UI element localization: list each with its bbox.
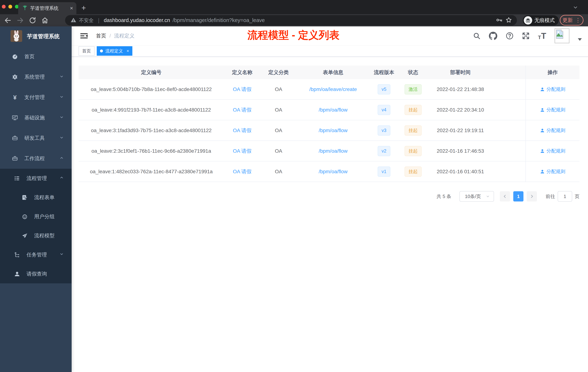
browser-tab[interactable]: 芋道管理系统 × <box>18 2 76 14</box>
monitor-icon <box>12 114 18 121</box>
tag-process-definition[interactable]: 流程定义 × <box>97 46 132 56</box>
column-header: 表单信息 <box>297 66 369 79</box>
sidebar-item-system[interactable]: 系统管理 <box>0 67 72 87</box>
page-unit-label: 页 <box>575 193 579 200</box>
definition-id: oa_leave:3:1fad3d93-7b75-11ec-a3c8-acde4… <box>79 120 224 141</box>
close-window-button[interactable] <box>2 5 6 9</box>
tab-close-icon[interactable]: × <box>70 5 73 11</box>
current-page-button[interactable]: 1 <box>513 191 524 201</box>
page-size-select[interactable]: 10条/页 <box>460 191 494 202</box>
sidebar-item-label: 流程管理 <box>27 175 47 182</box>
prev-page-button[interactable] <box>500 191 510 201</box>
sidebar-item-process-form[interactable]: 流程表单 <box>0 188 72 207</box>
tag-close-icon[interactable]: × <box>126 48 129 54</box>
version-badge: v5 <box>378 84 390 94</box>
toolbox-icon <box>12 135 18 142</box>
top-navbar: 首页 / 流程定义 流程模型 - 定义列表 TT <box>72 26 588 45</box>
assign-rule-button[interactable]: 分配规则 <box>540 148 566 154</box>
url-path[interactable]: /bpm/manager/definition?key=oa_leave <box>173 17 265 23</box>
github-icon[interactable] <box>489 32 497 40</box>
url-bar[interactable]: 不安全 | dashboard.yudao.iocoder.cn/bpm/man… <box>65 15 517 25</box>
sidebar-fold-icon[interactable] <box>80 32 88 40</box>
incognito-label: 无痕模式 <box>534 17 555 24</box>
definition-name-link[interactable]: OA 请假 <box>233 168 252 175</box>
browser-chrome: 芋道管理系统 × + 不安全 | <box>0 0 588 26</box>
tab-search-chevron-icon[interactable] <box>573 5 578 11</box>
status-badge: 挂起 <box>405 166 422 177</box>
sidebar-item-label: 支付管理 <box>24 94 45 101</box>
next-page-button[interactable] <box>527 191 537 201</box>
breadcrumb-current: 流程定义 <box>114 33 135 39</box>
tree-branch-icon <box>14 252 20 258</box>
person-icon <box>14 271 20 277</box>
minimize-window-button[interactable] <box>8 5 12 9</box>
sidebar-item-task-management[interactable]: 任务管理 <box>0 245 72 264</box>
definition-category: OA <box>260 120 297 141</box>
home-icon[interactable] <box>41 17 49 24</box>
deploy-time: 2022-01-16 01:40:51 <box>428 161 493 182</box>
tag-home[interactable]: 首页 <box>79 46 94 56</box>
sidebar-item-label: 流程模型 <box>34 232 54 239</box>
table-row: oa_leave:2:3c1f0ef1-76b1-11ec-9c66-a2380… <box>79 141 579 161</box>
assign-rule-button[interactable]: 分配规则 <box>540 86 566 92</box>
sidebar-item-label: 基础设施 <box>24 114 45 121</box>
definition-category: OA <box>260 79 297 99</box>
sidebar-item-process-management[interactable]: 流程管理 <box>0 169 72 188</box>
help-icon[interactable] <box>506 32 514 40</box>
browser-menu-icon[interactable]: ⋮ <box>575 19 581 22</box>
assign-rule-button[interactable]: 分配规则 <box>540 107 566 113</box>
not-secure-warning-icon[interactable] <box>71 17 76 24</box>
chevron-up-icon <box>59 175 64 181</box>
sidebar-menu: 首页 系统管理 ¥ 支付管理 基础设施 <box>0 46 72 283</box>
sidebar-item-dev-tools[interactable]: 研发工具 <box>0 128 72 148</box>
caret-down-icon[interactable] <box>578 38 582 41</box>
form-info-link[interactable]: /bpm/oa/flow <box>319 107 348 113</box>
search-icon[interactable] <box>473 32 481 40</box>
forward-icon[interactable] <box>16 17 24 24</box>
security-label[interactable]: 不安全 <box>79 17 94 24</box>
sidebar-item-workflow[interactable]: 工作流程 <box>0 148 72 169</box>
form-info-link[interactable]: /bpm/oa/flow <box>319 148 348 154</box>
column-header: 部署时间 <box>428 66 493 79</box>
password-key-icon[interactable] <box>496 17 503 24</box>
sidebar-item-home[interactable]: 首页 <box>0 46 72 67</box>
breadcrumb-separator: / <box>109 33 111 39</box>
sidebar-item-infrastructure[interactable]: 基础设施 <box>0 108 72 128</box>
chevron-down-icon <box>486 194 490 198</box>
reload-icon[interactable] <box>29 17 36 24</box>
update-button[interactable]: 更新 ⋮ <box>560 15 583 25</box>
font-size-icon[interactable]: TT <box>538 32 546 40</box>
deploy-time: 2022-01-16 17:46:53 <box>428 141 493 161</box>
column-header: 定义分类 <box>260 66 297 79</box>
definition-name-link[interactable]: OA 请假 <box>233 107 252 113</box>
sidebar-item-payment[interactable]: ¥ 支付管理 <box>0 87 72 108</box>
assign-rule-button[interactable]: 分配规则 <box>540 168 566 175</box>
tags-view-bar: 首页 流程定义 × <box>72 45 588 57</box>
definition-name-link[interactable]: OA 请假 <box>233 86 252 93</box>
breadcrumb-home[interactable]: 首页 <box>96 33 106 39</box>
definition-name-link[interactable]: OA 请假 <box>233 127 252 134</box>
logo: 芋道管理系统 <box>0 26 72 46</box>
annotation-title: 流程模型 - 定义列表 <box>247 28 340 42</box>
back-icon[interactable] <box>4 17 12 24</box>
fullscreen-icon[interactable] <box>522 32 530 40</box>
sidebar-item-process-model[interactable]: 流程模型 <box>0 226 72 245</box>
window-controls[interactable] <box>2 5 19 9</box>
update-label[interactable]: 更新 <box>563 17 573 24</box>
bookmark-star-icon[interactable] <box>505 17 512 24</box>
deploy-time: 2022-01-22 21:48:38 <box>428 79 493 99</box>
definition-name-link[interactable]: OA 请假 <box>233 148 252 154</box>
chevron-left-icon <box>503 194 507 199</box>
sidebar-item-user-group[interactable]: 用户分组 <box>0 207 72 226</box>
form-info-link[interactable]: /bpm/oa/flow <box>319 128 348 133</box>
form-info-link[interactable]: /bpm/oa/flow <box>319 169 348 175</box>
sidebar-item-label: 用户分组 <box>34 213 54 220</box>
new-tab-button[interactable]: + <box>82 4 86 12</box>
avatar[interactable] <box>555 28 569 43</box>
goto-page-input[interactable] <box>558 191 572 202</box>
form-info-link[interactable]: /bpm/oa/leave/create <box>309 87 357 92</box>
url-host[interactable]: dashboard.yudao.iocoder.cn <box>104 17 170 23</box>
assign-rule-button[interactable]: 分配规则 <box>540 127 566 134</box>
sidebar-item-leave-query[interactable]: 请假查询 <box>0 264 72 283</box>
pagination: 共 5 条 10条/页 1 前往 页 <box>79 191 579 202</box>
